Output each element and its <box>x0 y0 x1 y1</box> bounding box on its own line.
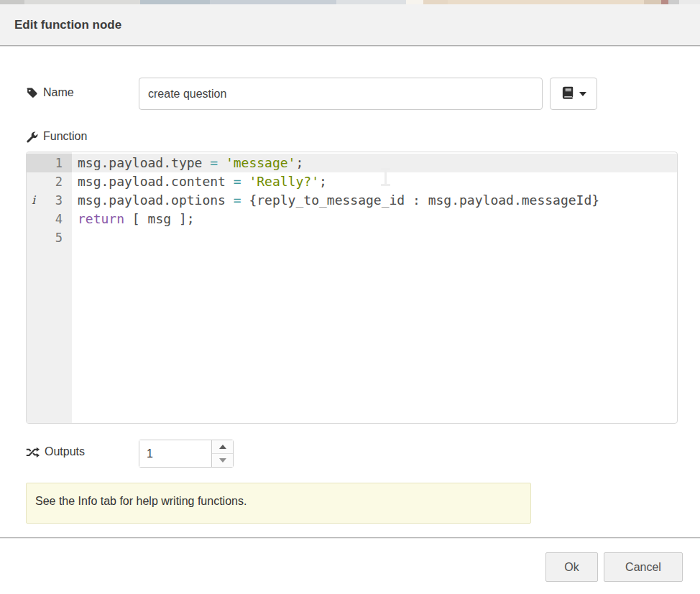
gutter-line-number: 3i <box>27 191 72 210</box>
code-token-plain: [ msg ]; <box>124 211 195 226</box>
code-line[interactable]: msg.payload.options = {reply_to_message_… <box>27 191 677 210</box>
spinner-up-button[interactable] <box>212 440 233 454</box>
code-editor[interactable]: msg.payload.type = 'message';msg.payload… <box>26 152 678 424</box>
book-icon <box>561 86 574 102</box>
gutter-line-number: 4 <box>27 210 72 228</box>
code-token-keyword: return <box>78 211 124 226</box>
code-editor-gutter: 123i45 <box>27 152 72 423</box>
gutter-line-number: 2 <box>27 172 72 191</box>
code-token-plain: ; <box>319 174 327 189</box>
chevron-down-icon <box>579 92 586 96</box>
gutter-line-number: 1 <box>27 154 72 172</box>
code-token-plain <box>241 174 249 189</box>
code-token-string: 'message' <box>226 155 296 170</box>
name-input[interactable] <box>139 78 543 110</box>
code-line[interactable]: return [ msg ]; <box>27 210 677 228</box>
spinner-down-button[interactable] <box>212 454 233 467</box>
spinner-buttons <box>211 440 233 467</box>
form-tip: See the Info tab for help writing functi… <box>26 483 531 524</box>
dialog-title: Edit function node <box>14 4 121 46</box>
library-dropdown-button[interactable] <box>550 78 597 110</box>
info-annotation-icon: i <box>32 191 35 210</box>
name-label-text: Name <box>43 86 74 99</box>
outputs-label-text: Outputs <box>45 445 85 458</box>
code-token-string: 'Really?' <box>249 174 319 189</box>
code-token-plain: msg.payload.options <box>78 192 234 208</box>
code-token-plain <box>218 155 226 170</box>
code-token-plain: msg.payload.type <box>78 155 210 170</box>
code-line[interactable]: msg.payload.content = 'Really?'; <box>27 172 677 191</box>
code-token-plain: {reply_to_message_id : msg.payload.messa… <box>241 192 600 208</box>
footer-divider <box>0 537 700 538</box>
code-token-plain: msg.payload.content <box>78 174 234 189</box>
code-token-operator: = <box>210 155 218 170</box>
cancel-button[interactable]: Cancel <box>604 552 683 582</box>
form-tip-text: See the Info tab for help writing functi… <box>35 495 247 507</box>
code-token-operator: = <box>234 174 241 189</box>
arrow-up-icon <box>219 445 226 449</box>
code-line[interactable]: msg.payload.type = 'message'; <box>27 154 677 172</box>
name-label: Name <box>26 86 74 99</box>
gutter-line-number: 5 <box>27 228 72 247</box>
code-line[interactable] <box>27 228 677 247</box>
shuffle-icon <box>26 446 40 458</box>
function-label-text: Function <box>43 130 87 143</box>
arrow-down-icon <box>219 458 226 463</box>
tag-icon <box>26 87 38 99</box>
wrench-icon <box>26 131 38 143</box>
function-label: Function <box>26 130 87 143</box>
outputs-input[interactable] <box>139 440 211 467</box>
dialog-header: Edit function node <box>0 4 700 46</box>
code-editor-lines: msg.payload.type = 'message';msg.payload… <box>27 152 677 423</box>
outputs-label: Outputs <box>26 445 85 458</box>
code-token-plain: ; <box>295 155 303 170</box>
ok-button[interactable]: Ok <box>545 552 598 582</box>
code-token-operator: = <box>234 192 241 208</box>
outputs-spinner <box>139 440 234 468</box>
